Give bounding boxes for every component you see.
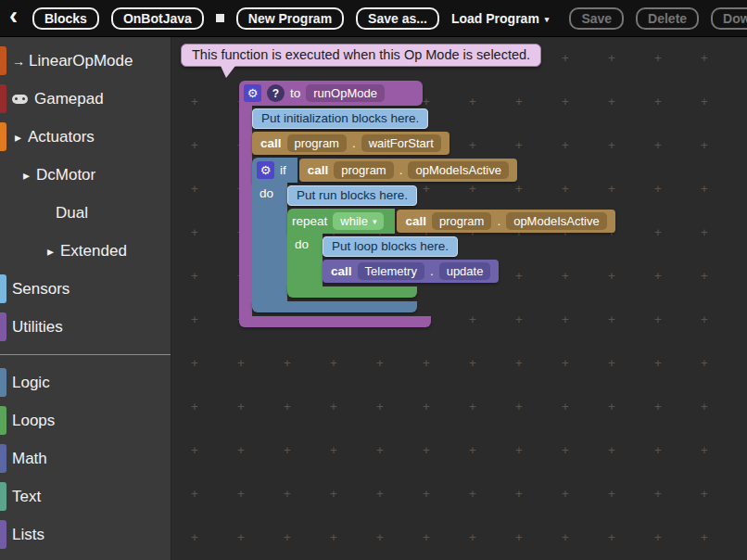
if-mutator-gear-icon[interactable]: ⚙ bbox=[257, 161, 274, 179]
category-color-marker bbox=[0, 482, 6, 511]
toolbar-right-group: Save Delete Download bbox=[569, 7, 747, 30]
gamepad-icon bbox=[12, 95, 28, 104]
sidebar-item-lists[interactable]: Lists bbox=[0, 515, 171, 554]
sidebar-item-dual[interactable]: Dual bbox=[0, 194, 171, 232]
sidebar-item-logic[interactable]: Logic bbox=[0, 363, 171, 401]
comment-block-initialization[interactable]: Put initialization blocks here. bbox=[252, 108, 428, 129]
call-opmodeisactive-block-2[interactable]: call program . opModeIsActive bbox=[397, 210, 614, 233]
sidebar-item-actuators[interactable]: ▸ Actuators bbox=[0, 118, 171, 156]
category-color-marker bbox=[0, 520, 6, 549]
sidebar-item-text[interactable]: Text bbox=[0, 477, 171, 515]
telemetry-field[interactable]: Telemetry bbox=[358, 262, 424, 280]
sidebar-item-label: Gamepad bbox=[34, 90, 104, 108]
function-name-field[interactable]: runOpMode bbox=[306, 84, 385, 102]
sidebar-item-loops[interactable]: Loops bbox=[0, 401, 171, 439]
dot-label: . bbox=[352, 136, 356, 150]
sidebar-item-label: LinearOpMode bbox=[29, 52, 133, 70]
block-comment-bubble: This function is executed when this Op M… bbox=[181, 44, 541, 67]
if-header[interactable]: ⚙ if bbox=[252, 158, 298, 183]
sidebar-item-extended[interactable]: ▸ Extended bbox=[0, 232, 171, 270]
back-icon[interactable]: ‹ bbox=[7, 4, 20, 33]
repeat-label: repeat bbox=[292, 214, 327, 228]
if-footer bbox=[252, 301, 417, 312]
mutator-gear-icon[interactable]: ⚙ bbox=[244, 84, 261, 102]
runopmode-spine bbox=[239, 106, 252, 316]
sidebar-item-gamepad[interactable]: Gamepad bbox=[0, 80, 171, 118]
comment-tail bbox=[221, 66, 235, 78]
block-category-sidebar: → LinearOpMode Gamepad ▸ Actuators ▸ DcM… bbox=[0, 37, 171, 560]
repeat-footer bbox=[287, 286, 417, 298]
sidebar-item-label: Logic bbox=[12, 374, 50, 392]
category-color-marker bbox=[0, 274, 6, 303]
category-color-marker bbox=[0, 444, 6, 473]
sidebar-item-sensors[interactable]: Sensors bbox=[0, 270, 171, 308]
program-field[interactable]: program bbox=[334, 161, 393, 179]
while-dropdown-value: while bbox=[340, 214, 368, 228]
call-label: call bbox=[308, 163, 329, 177]
blocks-button[interactable]: Blocks bbox=[32, 7, 99, 30]
sidebar-item-math[interactable]: Math bbox=[0, 439, 171, 477]
program-field[interactable]: program bbox=[432, 212, 491, 230]
dot-label: . bbox=[430, 264, 434, 278]
load-program-label: Load Program bbox=[451, 11, 539, 26]
comment-block-run[interactable]: Put run blocks here. bbox=[287, 185, 417, 206]
repeat-do-slot: do bbox=[287, 234, 323, 286]
delete-button[interactable]: Delete bbox=[636, 7, 699, 30]
call-label: call bbox=[405, 214, 426, 228]
sidebar-item-linearopmode[interactable]: → LinearOpMode bbox=[0, 42, 171, 80]
sidebar-item-utilities[interactable]: Utilities bbox=[0, 308, 171, 346]
do-label: do bbox=[295, 237, 309, 251]
block-runopmode[interactable]: ⚙ ? to runOpMode Put initialization bloc… bbox=[239, 81, 615, 327]
sidebar-item-label: Dual bbox=[56, 204, 88, 223]
call-label: call bbox=[331, 264, 352, 278]
dot-label: . bbox=[497, 214, 500, 228]
category-color-marker bbox=[0, 406, 6, 435]
block-if[interactable]: ⚙ if call program . opModeIsActive bbox=[252, 158, 615, 312]
block-repeat-while[interactable]: repeat while ▾ call bbox=[287, 209, 615, 298]
category-color-marker bbox=[0, 312, 6, 341]
triangle-right-icon: ▸ bbox=[20, 168, 32, 183]
save-as-button[interactable]: Save as... bbox=[356, 7, 439, 30]
top-toolbar: ‹ Blocks OnBotJava New Program Save as..… bbox=[0, 0, 747, 37]
sidebar-item-dcmotor[interactable]: ▸ DcMotor bbox=[0, 156, 171, 194]
sidebar-item-label: Actuators bbox=[28, 128, 95, 146]
program-field[interactable]: program bbox=[287, 134, 347, 152]
square-icon bbox=[216, 14, 224, 22]
onbotjava-button[interactable]: OnBotJava bbox=[111, 7, 204, 30]
save-button[interactable]: Save bbox=[569, 7, 624, 30]
triangle-right-icon: ▸ bbox=[44, 244, 57, 259]
help-icon[interactable]: ? bbox=[267, 84, 285, 102]
block-comment-text: This function is executed when this Op M… bbox=[192, 47, 530, 62]
blockly-workspace[interactable]: ++++++++++++++++++++++++++++++++++++++++… bbox=[171, 37, 747, 560]
call-waitforstart-block[interactable]: call program . waitForStart bbox=[252, 132, 449, 155]
category-color-marker bbox=[0, 122, 6, 151]
repeat-header[interactable]: repeat while ▾ bbox=[287, 209, 395, 234]
new-program-button[interactable]: New Program bbox=[236, 7, 344, 30]
dropdown-caret-icon: ▾ bbox=[373, 216, 377, 226]
sidebar-item-label: Lists bbox=[12, 526, 44, 544]
download-button[interactable]: Download bbox=[711, 7, 747, 30]
while-dropdown[interactable]: while ▾ bbox=[333, 212, 384, 230]
category-color-marker bbox=[0, 84, 6, 113]
sidebar-item-label: Sensors bbox=[12, 280, 70, 299]
triangle-right-icon: ▸ bbox=[12, 130, 24, 145]
call-telemetry-update-block[interactable]: call Telemetry . update bbox=[323, 260, 499, 283]
do-label: do bbox=[260, 186, 273, 200]
update-field[interactable]: update bbox=[439, 262, 491, 280]
if-do-slot: do bbox=[252, 183, 287, 301]
waitforstart-field[interactable]: waitForStart bbox=[361, 134, 441, 152]
sidebar-item-label: Loops bbox=[12, 412, 55, 430]
sidebar-item-label: Extended bbox=[60, 242, 127, 261]
call-opmodeisactive-block[interactable]: call program . opModeIsActive bbox=[299, 159, 517, 182]
runopmode-footer bbox=[239, 316, 431, 327]
dot-label: . bbox=[399, 163, 403, 177]
chevron-down-icon: ▾ bbox=[545, 13, 550, 24]
comment-block-loop[interactable]: Put loop blocks here. bbox=[323, 236, 458, 257]
load-program-dropdown[interactable]: Load Program ▾ bbox=[451, 11, 549, 26]
sidebar-item-label: Utilities bbox=[12, 318, 63, 337]
opmodeisactive-field[interactable]: opModeIsActive bbox=[506, 212, 607, 230]
runopmode-header[interactable]: ⚙ ? to runOpMode bbox=[239, 81, 423, 106]
sidebar-item-label: DcMotor bbox=[36, 166, 95, 185]
opmodeisactive-field[interactable]: opModeIsActive bbox=[408, 161, 509, 179]
if-label: if bbox=[280, 163, 286, 177]
